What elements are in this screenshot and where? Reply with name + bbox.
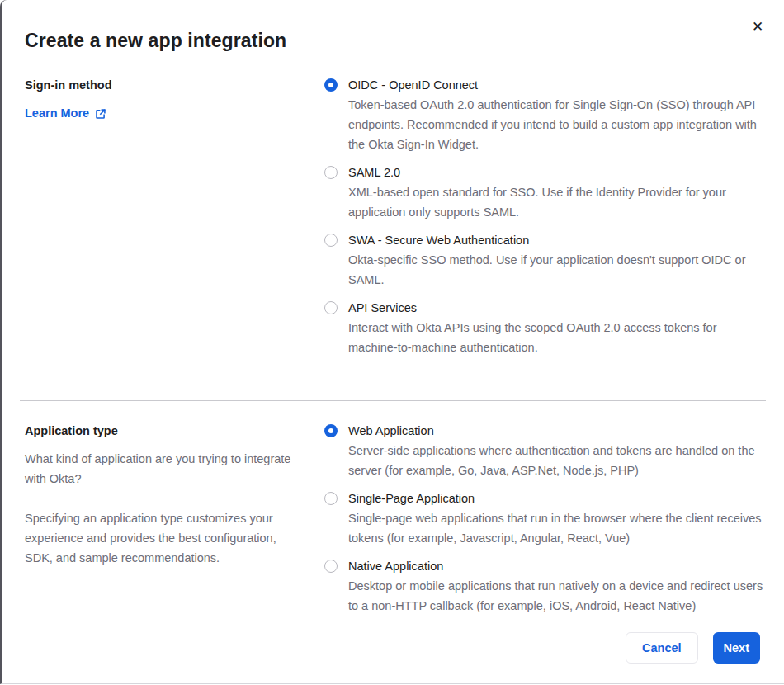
application-type-help-text: Specifying an application type customize…: [25, 508, 300, 568]
option-swa-label[interactable]: SWA - Secure Web Authentication: [348, 230, 766, 250]
option-api-services-text: API Services Interact with Okta APIs usi…: [348, 298, 766, 357]
application-type-question: What kind of application are you trying …: [25, 449, 300, 489]
option-saml-description: XML-based open standard for SSO. Use if …: [348, 182, 765, 222]
option-single-page-application-description: Single-page web applications that run in…: [348, 508, 765, 548]
option-web-application-description: Server-side applications where authentic…: [348, 441, 765, 480]
option-native-application-label[interactable]: Native Application: [348, 556, 766, 576]
radio-native-application[interactable]: [324, 560, 338, 573]
option-oidc-description: Token-based OAuth 2.0 authentication for…: [348, 95, 765, 154]
option-oidc: OIDC - OpenID Connect Token-based OAuth …: [324, 75, 766, 154]
sign-in-method-section: Sign-in method Learn More OIDC - OpenID …: [2, 75, 784, 366]
option-oidc-text: OIDC - OpenID Connect Token-based OAuth …: [348, 75, 766, 154]
radio-swa[interactable]: [324, 234, 338, 247]
application-type-label: Application type: [25, 421, 300, 441]
option-native-application-description: Desktop or mobile applications that run …: [348, 576, 765, 616]
option-native-application-text: Native Application Desktop or mobile app…: [348, 556, 766, 616]
cancel-button[interactable]: Cancel: [626, 632, 698, 664]
option-web-application-text: Web Application Server-side applications…: [348, 421, 766, 480]
option-api-services-description: Interact with Okta APIs using the scoped…: [348, 318, 765, 357]
dialog-footer: Cancel Next: [626, 632, 760, 664]
radio-web-application[interactable]: [324, 424, 338, 437]
sign-in-method-options: OIDC - OpenID Connect Token-based OAuth …: [324, 75, 766, 366]
option-api-services-label[interactable]: API Services: [348, 298, 766, 318]
close-icon[interactable]: ✕: [748, 17, 767, 36]
application-type-section: Application type What kind of applicatio…: [2, 421, 784, 624]
option-api-services: API Services Interact with Okta APIs usi…: [324, 298, 766, 357]
option-single-page-application-text: Single-Page Application Single-page web …: [348, 489, 766, 548]
option-swa-text: SWA - Secure Web Authentication Okta-spe…: [348, 230, 766, 290]
option-single-page-application: Single-Page Application Single-page web …: [324, 489, 766, 548]
application-type-options: Web Application Server-side applications…: [324, 421, 766, 624]
option-saml-label[interactable]: SAML 2.0: [348, 163, 766, 182]
option-swa: SWA - Secure Web Authentication Okta-spe…: [324, 230, 766, 290]
sign-in-method-left-col: Sign-in method Learn More: [25, 75, 324, 123]
next-button[interactable]: Next: [713, 632, 760, 664]
radio-api-services[interactable]: [324, 301, 338, 314]
application-type-left-col: Application type What kind of applicatio…: [25, 421, 324, 588]
learn-more-label: Learn More: [25, 103, 89, 123]
option-swa-description: Okta-specific SSO method. Use if your ap…: [348, 250, 765, 290]
create-app-integration-dialog: ✕ Create a new app integration Sign-in m…: [0, 0, 784, 684]
dialog-header: Create a new app integration: [2, 0, 784, 53]
external-link-icon: [95, 108, 106, 120]
learn-more-link[interactable]: Learn More: [25, 103, 106, 123]
option-single-page-application-label[interactable]: Single-Page Application: [348, 489, 766, 508]
section-divider: [20, 400, 766, 401]
option-web-application: Web Application Server-side applications…: [324, 421, 766, 480]
page-title: Create a new app integration: [25, 28, 761, 53]
sign-in-method-label: Sign-in method: [25, 75, 300, 95]
radio-saml[interactable]: [324, 166, 338, 179]
option-native-application: Native Application Desktop or mobile app…: [324, 556, 766, 616]
option-saml-text: SAML 2.0 XML-based open standard for SSO…: [348, 163, 766, 222]
option-oidc-label[interactable]: OIDC - OpenID Connect: [348, 75, 766, 95]
radio-single-page-application[interactable]: [324, 492, 338, 505]
option-saml: SAML 2.0 XML-based open standard for SSO…: [324, 163, 766, 222]
radio-oidc[interactable]: [324, 78, 338, 92]
option-web-application-label[interactable]: Web Application: [348, 421, 766, 441]
